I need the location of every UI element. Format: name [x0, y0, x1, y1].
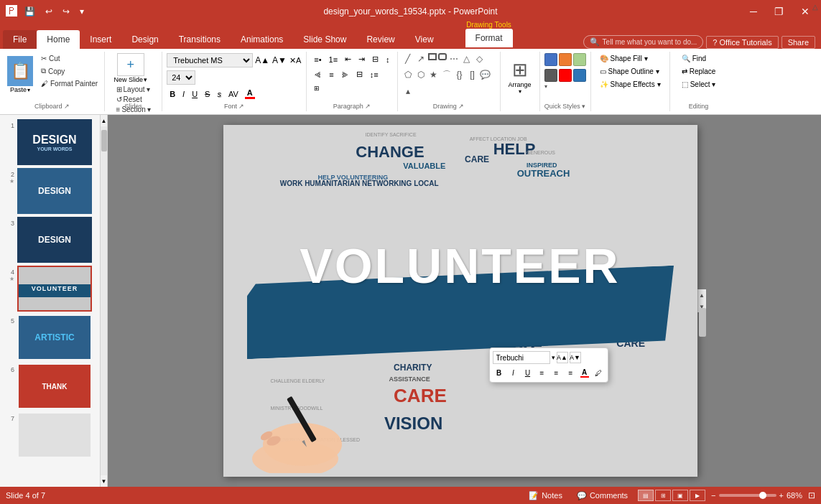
collapse-ribbon-btn[interactable]: △	[811, 1, 820, 12]
quick-styles-dropdown[interactable]: ▾	[544, 83, 547, 90]
arrange-button[interactable]: ⊞ Arrange ▾	[506, 56, 534, 98]
office-tutorials-btn[interactable]: ? Office Tutorials	[706, 36, 778, 49]
redo-icon[interactable]: ↪	[60, 5, 73, 18]
shape-scroll-up[interactable]: ▴	[402, 85, 414, 97]
shape-star[interactable]: ★	[428, 69, 440, 80]
minimize-btn[interactable]: ─	[744, 3, 763, 20]
scroll-down-arrow[interactable]: ▼	[101, 475, 107, 487]
restore-btn[interactable]: ❐	[769, 3, 789, 20]
copy-button[interactable]: ⧉ Copy	[39, 65, 100, 77]
quick-style-swatch-2[interactable]	[559, 53, 572, 66]
slide-sorter-btn[interactable]: ⊞	[655, 490, 671, 501]
bold-button[interactable]: B	[167, 88, 178, 100]
new-slide-button[interactable]: + New Slide ▾	[114, 53, 148, 83]
comments-button[interactable]: 💬 Comments	[572, 490, 632, 502]
tell-me-box[interactable]: 🔍 Tell me what you want to do...	[583, 35, 704, 49]
tab-home[interactable]: Home	[37, 30, 80, 49]
share-btn[interactable]: Share	[781, 36, 815, 49]
slide-image-6[interactable]: THANK	[17, 363, 92, 409]
underline-button[interactable]: U	[189, 88, 200, 100]
slide-thumb-1[interactable]: 1 DESIGN YOUR WORDS	[3, 119, 97, 165]
strikethrough-button[interactable]: S	[202, 88, 213, 100]
font-size-select[interactable]: 24	[167, 70, 195, 85]
customize-icon[interactable]: ▾	[77, 5, 87, 18]
shape-outline-button[interactable]: ▭ Shape Outline ▾	[597, 66, 662, 77]
mini-align-center-button[interactable]: ≡	[550, 366, 563, 379]
cut-button[interactable]: ✂ Cut	[39, 53, 100, 64]
quick-style-swatch-3[interactable]	[573, 53, 586, 66]
mini-align-right-button[interactable]: ≡	[565, 366, 578, 379]
tab-review[interactable]: Review	[356, 30, 404, 49]
justify-button[interactable]: ⊟	[353, 68, 366, 80]
mini-toolbar[interactable]: ▾ A▲ A▼ B I U ≡ ≡ ≡ A 🖊	[489, 347, 608, 383]
tab-design[interactable]: Design	[121, 30, 168, 49]
layout-button[interactable]: ⊞ Layout ▾	[114, 85, 153, 94]
scroll-thumb[interactable]	[101, 130, 107, 151]
mini-highlight-button[interactable]: 🖊	[592, 366, 605, 379]
shape-arc[interactable]: ⌒	[441, 69, 453, 80]
align-left-button[interactable]: ⫷	[311, 68, 325, 80]
drawing-expand-icon[interactable]: ↗	[458, 103, 464, 110]
slide-image-7[interactable]	[17, 412, 92, 458]
word-volunteer-main[interactable]: VOLUNTEER	[300, 238, 620, 294]
align-right-button[interactable]: ⫸	[338, 68, 352, 80]
normal-view-btn[interactable]: ▤	[638, 490, 654, 501]
slide-thumb-4[interactable]: 4 ★ VOLUNTEER	[3, 266, 97, 312]
tab-format[interactable]: Format	[465, 29, 513, 47]
align-center-button[interactable]: ≡	[326, 68, 336, 80]
shape-outline-dropdown[interactable]: ▾	[656, 67, 659, 75]
zoom-out-btn[interactable]: −	[711, 491, 715, 500]
shape-triangle[interactable]: △	[461, 53, 473, 65]
increase-font-icon[interactable]: A▲	[254, 55, 270, 66]
mini-font-color-button[interactable]: A	[579, 368, 590, 378]
mini-align-left-button[interactable]: ≡	[536, 366, 549, 379]
fit-window-btn[interactable]: ⊡	[808, 490, 815, 500]
mini-italic-button[interactable]: I	[507, 366, 520, 379]
clipboard-expand-icon[interactable]: ↗	[64, 103, 70, 110]
font-name-select[interactable]: Trebuchet MS	[167, 53, 253, 67]
shape-round-rect[interactable]	[438, 53, 447, 60]
bullets-button[interactable]: ≡•	[311, 53, 324, 65]
mini-underline-button[interactable]: U	[521, 366, 534, 379]
shape-fill-dropdown[interactable]: ▾	[644, 55, 648, 62]
paragraph-expand-icon[interactable]: ↗	[365, 103, 371, 110]
quick-styles-dropdown-icon[interactable]: ▾	[582, 103, 585, 110]
shape-rect[interactable]	[428, 53, 437, 60]
find-button[interactable]: 🔍 Find	[677, 53, 710, 64]
shape-pentagon[interactable]: ⬠	[402, 69, 414, 80]
mini-decrease-font[interactable]: A▼	[570, 352, 581, 363]
tab-animations[interactable]: Animations	[231, 30, 293, 49]
shape-fill-button[interactable]: 🎨 Shape Fill ▾	[597, 53, 651, 64]
slide-thumb-2[interactable]: 2 ★ DESIGN	[3, 168, 97, 214]
tab-slideshow[interactable]: Slide Show	[293, 30, 356, 49]
new-slide-dropdown-icon[interactable]: ▾	[144, 76, 147, 83]
direction-button[interactable]: ↕	[383, 53, 393, 65]
mini-font-dropdown[interactable]: ▾	[552, 354, 555, 361]
slide-thumb-6[interactable]: 6 THANK	[3, 363, 97, 409]
select-button[interactable]: ⬚ Select ▾	[677, 79, 720, 90]
font-color-button[interactable]: A	[243, 88, 257, 100]
shape-diamond[interactable]: ◇	[474, 53, 486, 65]
tab-transitions[interactable]: Transitions	[169, 30, 231, 49]
mini-bold-button[interactable]: B	[493, 366, 506, 379]
zoom-in-btn[interactable]: +	[779, 491, 784, 500]
tab-insert[interactable]: Insert	[80, 30, 121, 49]
slide-thumb-7[interactable]: 7	[3, 412, 97, 458]
replace-button[interactable]: ⇄ Replace	[677, 66, 720, 77]
notes-button[interactable]: 📝 Notes	[524, 490, 567, 502]
tab-file[interactable]: File	[3, 30, 37, 49]
shape-hexagon[interactable]: ⬡	[415, 69, 427, 80]
font-expand-icon[interactable]: ↗	[238, 103, 244, 110]
format-painter-button[interactable]: 🖌 Format Painter	[39, 78, 100, 89]
shape-effects-dropdown[interactable]: ▾	[657, 80, 661, 88]
undo-icon[interactable]: ↩	[42, 5, 55, 18]
shape-line[interactable]: ╱	[402, 53, 414, 65]
slide-panel-scrollbar[interactable]: ▲ ▼	[101, 115, 108, 487]
clear-format-icon[interactable]: ✕A	[289, 55, 302, 66]
numbering-button[interactable]: 1≡	[326, 53, 341, 65]
slide-image-1[interactable]: DESIGN YOUR WORDS	[17, 119, 92, 165]
increase-indent-button[interactable]: ⇥	[356, 53, 368, 65]
reading-view-btn[interactable]: ▣	[672, 490, 688, 501]
select-dropdown-icon[interactable]: ▾	[712, 80, 715, 88]
paste-dropdown-icon[interactable]: ▾	[27, 87, 30, 93]
